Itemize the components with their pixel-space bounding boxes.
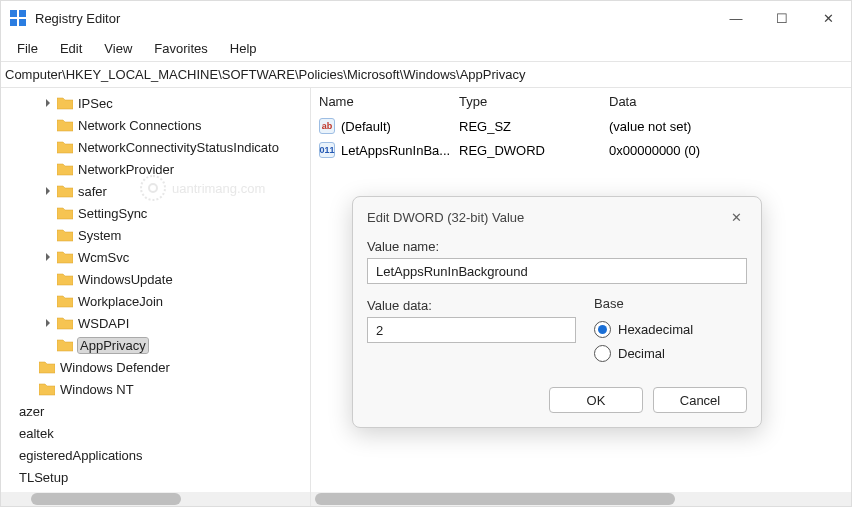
menu-view[interactable]: View bbox=[94, 38, 142, 59]
menu-favorites[interactable]: Favorites bbox=[144, 38, 217, 59]
tree-item[interactable]: Windows NT bbox=[3, 378, 308, 400]
values-header[interactable]: Name Type Data bbox=[311, 88, 851, 114]
tree-item-label: System bbox=[78, 228, 121, 243]
tree-item[interactable]: System bbox=[3, 224, 308, 246]
tree-item[interactable]: SettingSync bbox=[3, 202, 308, 224]
expand-chevron-icon bbox=[41, 272, 55, 286]
expand-chevron-icon bbox=[41, 228, 55, 242]
dialog-close-button[interactable]: ✕ bbox=[725, 206, 747, 228]
folder-icon bbox=[57, 140, 73, 154]
tree-item[interactable]: IPSec bbox=[3, 92, 308, 114]
expand-chevron-icon bbox=[41, 140, 55, 154]
tree-item-label: NetworkProvider bbox=[78, 162, 174, 177]
titlebar[interactable]: Registry Editor — ☐ ✕ bbox=[1, 1, 851, 35]
tree-item[interactable]: NetworkProvider bbox=[3, 158, 308, 180]
folder-icon bbox=[39, 360, 55, 374]
radio-hexadecimal[interactable]: Hexadecimal bbox=[594, 317, 747, 341]
expand-chevron-icon bbox=[41, 338, 55, 352]
radio-decimal[interactable]: Decimal bbox=[594, 341, 747, 365]
value-name: LetAppsRunInBa... bbox=[341, 143, 450, 158]
value-data: (value not set) bbox=[609, 119, 851, 134]
value-name-label: Value name: bbox=[367, 239, 747, 254]
svg-rect-3 bbox=[19, 19, 26, 26]
tree-item[interactable]: azer bbox=[3, 400, 308, 422]
tree-item[interactable]: AppPrivacy bbox=[3, 334, 308, 356]
expand-chevron-icon bbox=[3, 448, 17, 462]
tree-item-label: WindowsUpdate bbox=[78, 272, 173, 287]
folder-icon bbox=[57, 316, 73, 330]
tree-pane[interactable]: IPSecNetwork ConnectionsNetworkConnectiv… bbox=[1, 88, 311, 506]
tree-item-label: TLSetup bbox=[19, 470, 68, 485]
menu-help[interactable]: Help bbox=[220, 38, 267, 59]
tree-item[interactable]: Network Connections bbox=[3, 114, 308, 136]
expand-chevron-icon bbox=[23, 382, 37, 396]
tree-item-label: Windows NT bbox=[60, 382, 134, 397]
tree-item[interactable]: TLSetup bbox=[3, 466, 308, 488]
value-data: 0x00000000 (0) bbox=[609, 143, 851, 158]
value-data-input[interactable] bbox=[367, 317, 576, 343]
value-name-input[interactable] bbox=[367, 258, 747, 284]
tree-item[interactable]: WcmSvc bbox=[3, 246, 308, 268]
ok-button[interactable]: OK bbox=[549, 387, 643, 413]
tree-item-label: egisteredApplications bbox=[19, 448, 143, 463]
svg-rect-2 bbox=[10, 19, 17, 26]
tree-item[interactable]: ealtek bbox=[3, 422, 308, 444]
expand-chevron-icon[interactable] bbox=[41, 316, 55, 330]
expand-chevron-icon bbox=[41, 162, 55, 176]
folder-icon bbox=[57, 228, 73, 242]
value-data-label: Value data: bbox=[367, 298, 576, 313]
cancel-button[interactable]: Cancel bbox=[653, 387, 747, 413]
menu-edit[interactable]: Edit bbox=[50, 38, 92, 59]
dialog-title: Edit DWORD (32-bit) Value bbox=[367, 210, 524, 225]
expand-chevron-icon[interactable] bbox=[41, 184, 55, 198]
menu-bar: File Edit View Favorites Help bbox=[1, 35, 851, 61]
maximize-button[interactable]: ☐ bbox=[759, 1, 805, 35]
column-data[interactable]: Data bbox=[609, 94, 851, 109]
close-button[interactable]: ✕ bbox=[805, 1, 851, 35]
tree-item-label: Network Connections bbox=[78, 118, 202, 133]
expand-chevron-icon bbox=[3, 470, 17, 484]
column-name[interactable]: Name bbox=[319, 94, 459, 109]
dword-value-icon: 011 bbox=[319, 142, 335, 158]
tree-item[interactable]: Windows Defender bbox=[3, 356, 308, 378]
expand-chevron-icon[interactable] bbox=[41, 96, 55, 110]
tree-item-label: NetworkConnectivityStatusIndicato bbox=[78, 140, 279, 155]
folder-icon bbox=[57, 206, 73, 220]
value-row[interactable]: ab(Default)REG_SZ(value not set) bbox=[311, 114, 851, 138]
values-horizontal-scrollbar[interactable] bbox=[311, 492, 851, 506]
value-type: REG_SZ bbox=[459, 119, 609, 134]
tree-item[interactable]: safer bbox=[3, 180, 308, 202]
tree-horizontal-scrollbar[interactable] bbox=[1, 492, 310, 506]
folder-icon bbox=[57, 184, 73, 198]
radio-dot-icon bbox=[594, 321, 611, 338]
expand-chevron-icon[interactable] bbox=[41, 250, 55, 264]
expand-chevron-icon bbox=[3, 404, 17, 418]
expand-chevron-icon bbox=[41, 294, 55, 308]
tree-item[interactable]: WorkplaceJoin bbox=[3, 290, 308, 312]
tree-item-label: IPSec bbox=[78, 96, 113, 111]
app-icon bbox=[9, 9, 27, 27]
folder-icon bbox=[57, 294, 73, 308]
folder-icon bbox=[57, 250, 73, 264]
value-row[interactable]: 011LetAppsRunInBa...REG_DWORD0x00000000 … bbox=[311, 138, 851, 162]
svg-rect-0 bbox=[10, 10, 17, 17]
minimize-button[interactable]: — bbox=[713, 1, 759, 35]
tree-item-label: safer bbox=[78, 184, 107, 199]
folder-icon bbox=[57, 96, 73, 110]
expand-chevron-icon bbox=[41, 206, 55, 220]
string-value-icon: ab bbox=[319, 118, 335, 134]
edit-dword-dialog: Edit DWORD (32-bit) Value ✕ Value name: … bbox=[352, 196, 762, 428]
folder-icon bbox=[57, 272, 73, 286]
column-type[interactable]: Type bbox=[459, 94, 609, 109]
tree-item[interactable]: NetworkConnectivityStatusIndicato bbox=[3, 136, 308, 158]
expand-chevron-icon bbox=[41, 118, 55, 132]
expand-chevron-icon bbox=[3, 426, 17, 440]
tree-item[interactable]: WSDAPI bbox=[3, 312, 308, 334]
tree-item-label: ealtek bbox=[19, 426, 54, 441]
menu-file[interactable]: File bbox=[7, 38, 48, 59]
tree-item[interactable]: WindowsUpdate bbox=[3, 268, 308, 290]
tree-item[interactable]: egisteredApplications bbox=[3, 444, 308, 466]
address-bar[interactable]: Computer\HKEY_LOCAL_MACHINE\SOFTWARE\Pol… bbox=[1, 61, 851, 87]
tree-item-label: AppPrivacy bbox=[78, 338, 148, 353]
address-path: Computer\HKEY_LOCAL_MACHINE\SOFTWARE\Pol… bbox=[5, 67, 525, 82]
